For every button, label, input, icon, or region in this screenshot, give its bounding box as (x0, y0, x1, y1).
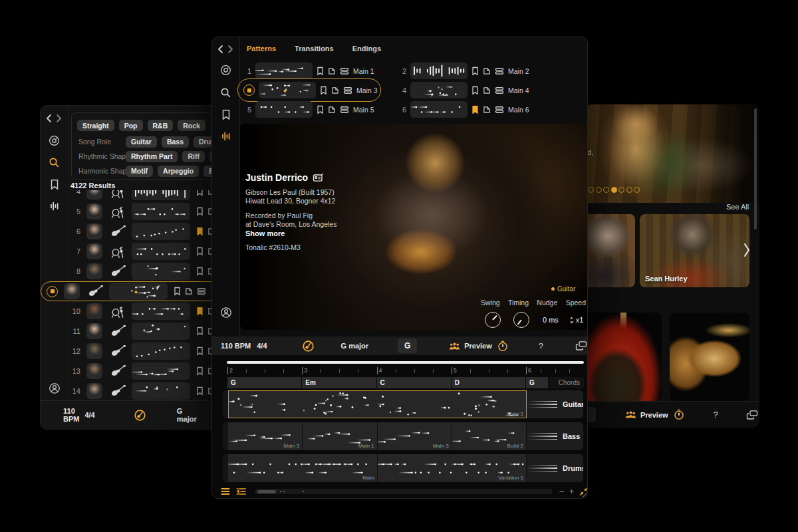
bookmark-icon[interactable] (196, 247, 203, 256)
bookmark-icon[interactable] (317, 105, 324, 114)
timeline-h-scrollbar[interactable] (227, 361, 584, 364)
result-row[interactable]: 14 (41, 381, 230, 401)
bpm-display[interactable]: 110 BPM (63, 407, 79, 423)
stack-icon[interactable] (340, 67, 349, 75)
stack-icon[interactable] (495, 86, 504, 94)
style-filter-chip[interactable]: Pop (119, 120, 143, 131)
pattern-thumbnail[interactable] (410, 101, 467, 118)
filter-chip[interactable]: Bass (162, 136, 189, 148)
filter-chip[interactable]: Guitar (126, 136, 157, 148)
bookmark-icon[interactable] (317, 66, 324, 76)
swing-knob[interactable] (485, 312, 501, 328)
drums-instrument-card[interactable] (670, 313, 749, 401)
carousel-dot[interactable] (618, 187, 624, 193)
result-row[interactable]: 10 (41, 301, 230, 321)
result-row[interactable]: 5 (41, 201, 230, 221)
pattern-slot[interactable]: 2 Main 2 (398, 63, 529, 79)
result-row[interactable]: 4 (41, 190, 230, 201)
bookmarks-icon[interactable] (221, 109, 231, 120)
carousel-dot[interactable] (626, 187, 632, 193)
history-back-forward-icons[interactable] (216, 45, 236, 54)
history-back-forward-icons[interactable] (45, 114, 65, 123)
timeline-scrollbar-track[interactable] (255, 489, 553, 494)
track-bass[interactable]: Main 3 Main 1 Main 3 Build 2 Bass (222, 422, 584, 451)
phrase-thumbnail[interactable] (132, 362, 190, 380)
bookmark-icon[interactable] (196, 190, 203, 196)
phrase-thumbnail[interactable] (132, 190, 190, 200)
zoom-out-button[interactable]: – (559, 487, 564, 496)
time-signature[interactable]: 4/4 (84, 411, 94, 419)
phrase-thumbnail[interactable] (132, 382, 190, 400)
metronome-icon[interactable] (134, 409, 146, 422)
drag-tag-icon[interactable] (483, 67, 491, 75)
carousel-dot[interactable] (588, 187, 594, 193)
phrase-thumbnail[interactable] (109, 283, 168, 300)
filter-chip[interactable]: Motif (126, 166, 153, 177)
style-filter-chip[interactable]: Straight (77, 120, 114, 131)
tab-endings[interactable]: Endings (352, 45, 381, 53)
artist-id-card-icon[interactable] (313, 173, 324, 182)
result-row[interactable]: 11 (41, 321, 230, 341)
pattern-clip[interactable]: Main 3 (228, 390, 527, 418)
stack-icon[interactable] (495, 106, 504, 114)
artist-card-partial[interactable]: rizzo (585, 214, 635, 287)
drag-tag-icon[interactable] (185, 287, 193, 295)
carousel-dot[interactable] (611, 187, 617, 193)
filter-chip[interactable]: Arpeggio (158, 166, 199, 177)
filter-chip[interactable]: Riff (182, 151, 205, 162)
key-display[interactable]: G major (177, 407, 197, 423)
help-button[interactable]: ? (714, 410, 718, 420)
phrase-thumbnail[interactable] (132, 203, 190, 220)
drag-tag-icon[interactable] (483, 86, 491, 94)
chord-cell[interactable]: C (377, 377, 452, 388)
time-signature[interactable]: 4/4 (257, 342, 267, 350)
result-row[interactable]: 13 (41, 361, 230, 381)
phrase-thumbnail[interactable] (132, 323, 190, 340)
track-guitar[interactable]: Main 3 Guitar (222, 390, 584, 419)
phrase-thumbnail[interactable] (132, 303, 190, 320)
preview-label[interactable]: Preview (640, 411, 668, 419)
result-row[interactable] (41, 281, 230, 301)
style-filter-chip[interactable]: Rock (178, 120, 205, 131)
style-filter-chip[interactable]: R&B (148, 120, 174, 131)
drag-tag-icon[interactable] (328, 67, 336, 75)
zoom-in-button[interactable]: + (569, 487, 574, 496)
see-all-link[interactable]: See All (726, 203, 749, 211)
bpm-display[interactable]: 110 BPM (221, 342, 251, 350)
stack-icon[interactable] (495, 67, 504, 75)
chord-cell[interactable]: G (227, 377, 302, 388)
bookmark-icon[interactable] (174, 287, 181, 296)
stack-icon[interactable] (197, 287, 206, 295)
pattern-thumbnail[interactable] (255, 101, 313, 118)
speed-value[interactable]: x1 (576, 316, 584, 324)
result-row[interactable]: 8 (41, 261, 230, 281)
chord-cell[interactable]: D (452, 377, 526, 388)
timeline-scrollbar-handle[interactable] (257, 490, 276, 493)
bookmark-icon[interactable] (471, 105, 479, 114)
window-layout-icon[interactable] (746, 410, 758, 420)
pattern-thumbnail[interactable] (410, 63, 467, 79)
preview-timer-icon[interactable] (497, 340, 508, 352)
drag-tag-icon[interactable] (483, 106, 491, 114)
pattern-clip[interactable]: Variation 1 (378, 454, 527, 482)
track-collapse-icon[interactable] (236, 487, 246, 495)
result-row[interactable]: 6 (41, 221, 230, 241)
stack-icon[interactable] (340, 106, 349, 114)
preview-label[interactable]: Preview (464, 342, 492, 350)
bookmark-icon[interactable] (471, 66, 479, 76)
pattern-slot[interactable]: 4 Main 4 (398, 82, 529, 98)
pattern-clip[interactable]: Build 2 (452, 422, 527, 450)
pattern-thumbnail[interactable] (255, 63, 313, 79)
search-icon[interactable] (49, 157, 60, 168)
bookmark-icon[interactable] (196, 327, 203, 336)
pattern-clip[interactable]: Main 3 (378, 422, 452, 450)
carousel-dot[interactable] (634, 187, 640, 193)
result-row[interactable]: 12 (41, 341, 230, 361)
pattern-clip[interactable]: Main (228, 454, 378, 482)
show-more-link[interactable]: Show more (245, 229, 372, 237)
pattern-slot[interactable]: 5 Main 5 (243, 101, 374, 118)
speed-stepper-icon[interactable] (569, 317, 574, 324)
levels-icon[interactable] (221, 131, 231, 142)
metronome-icon[interactable] (302, 340, 315, 352)
search-icon[interactable] (220, 87, 231, 98)
